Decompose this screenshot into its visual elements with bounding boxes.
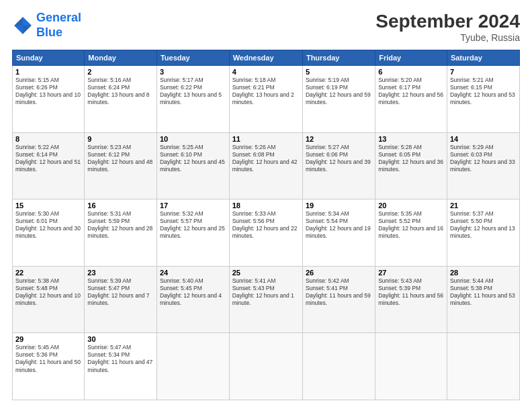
day-detail: Sunrise: 5:42 AMSunset: 5:41 PMDaylight:… bbox=[306, 277, 372, 307]
calendar-cell bbox=[157, 333, 229, 400]
logo-icon bbox=[12, 15, 34, 36]
calendar-cell: 1Sunrise: 5:15 AMSunset: 6:26 PMDaylight… bbox=[13, 66, 85, 133]
weekday-header-wednesday: Wednesday bbox=[229, 50, 302, 66]
calendar-cell: 15Sunrise: 5:30 AMSunset: 6:01 PMDayligh… bbox=[13, 199, 85, 267]
logo-blue: Blue bbox=[36, 26, 62, 39]
day-detail: Sunrise: 5:23 AMSunset: 6:12 PMDaylight:… bbox=[87, 144, 154, 173]
day-detail: Sunrise: 5:31 AMSunset: 5:59 PMDaylight:… bbox=[87, 210, 154, 240]
calendar-cell: 22Sunrise: 5:38 AMSunset: 5:48 PMDayligh… bbox=[13, 266, 85, 333]
calendar-cell: 18Sunrise: 5:33 AMSunset: 5:56 PMDayligh… bbox=[229, 199, 302, 267]
day-detail: Sunrise: 5:32 AMSunset: 5:57 PMDaylight:… bbox=[160, 210, 226, 240]
calendar-cell: 23Sunrise: 5:39 AMSunset: 5:47 PMDayligh… bbox=[85, 266, 157, 333]
day-number: 24 bbox=[160, 269, 226, 277]
day-number: 17 bbox=[160, 201, 226, 210]
day-detail: Sunrise: 5:41 AMSunset: 5:43 PMDaylight:… bbox=[232, 277, 300, 307]
day-number: 13 bbox=[378, 135, 444, 143]
day-detail: Sunrise: 5:27 AMSunset: 6:06 PMDaylight:… bbox=[306, 144, 372, 173]
day-number: 29 bbox=[15, 335, 81, 343]
day-detail: Sunrise: 5:45 AMSunset: 5:36 PMDaylight:… bbox=[15, 344, 81, 373]
calendar-cell: 9Sunrise: 5:23 AMSunset: 6:12 PMDaylight… bbox=[85, 132, 157, 199]
calendar-cell: 4Sunrise: 5:18 AMSunset: 6:21 PMDaylight… bbox=[229, 66, 302, 133]
title-block: September 2024 Tyube, Russia bbox=[375, 11, 520, 43]
calendar-cell: 29Sunrise: 5:45 AMSunset: 5:36 PMDayligh… bbox=[13, 333, 85, 400]
calendar-cell: 11Sunrise: 5:26 AMSunset: 6:08 PMDayligh… bbox=[229, 132, 302, 199]
page: General Blue September 2024 Tyube, Russi… bbox=[0, 0, 532, 411]
calendar-cell: 14Sunrise: 5:29 AMSunset: 6:03 PMDayligh… bbox=[447, 132, 519, 199]
calendar-cell: 10Sunrise: 5:25 AMSunset: 6:10 PMDayligh… bbox=[157, 132, 229, 199]
day-detail: Sunrise: 5:39 AMSunset: 5:47 PMDaylight:… bbox=[87, 277, 154, 307]
day-number: 11 bbox=[232, 135, 300, 143]
week-row-3: 15Sunrise: 5:30 AMSunset: 6:01 PMDayligh… bbox=[13, 199, 520, 267]
calendar-cell: 28Sunrise: 5:44 AMSunset: 5:38 PMDayligh… bbox=[447, 266, 519, 333]
week-row-4: 22Sunrise: 5:38 AMSunset: 5:48 PMDayligh… bbox=[13, 266, 520, 333]
day-number: 25 bbox=[232, 269, 300, 277]
day-detail: Sunrise: 5:26 AMSunset: 6:08 PMDaylight:… bbox=[232, 144, 300, 173]
day-detail: Sunrise: 5:43 AMSunset: 5:39 PMDaylight:… bbox=[378, 277, 444, 307]
calendar-cell: 26Sunrise: 5:42 AMSunset: 5:41 PMDayligh… bbox=[302, 266, 375, 333]
weekday-header-row: SundayMondayTuesdayWednesdayThursdayFrid… bbox=[13, 50, 520, 66]
day-detail: Sunrise: 5:20 AMSunset: 6:17 PMDaylight:… bbox=[378, 77, 444, 106]
weekday-header-monday: Monday bbox=[85, 50, 157, 66]
day-number: 1 bbox=[15, 68, 81, 76]
calendar-cell: 19Sunrise: 5:34 AMSunset: 5:54 PMDayligh… bbox=[302, 199, 375, 267]
calendar-cell: 3Sunrise: 5:17 AMSunset: 6:22 PMDaylight… bbox=[157, 66, 229, 133]
logo: General Blue bbox=[12, 11, 81, 40]
day-detail: Sunrise: 5:44 AMSunset: 5:38 PMDaylight:… bbox=[450, 277, 517, 307]
day-number: 16 bbox=[87, 201, 154, 210]
calendar-cell: 2Sunrise: 5:16 AMSunset: 6:24 PMDaylight… bbox=[85, 66, 157, 133]
day-detail: Sunrise: 5:29 AMSunset: 6:03 PMDaylight:… bbox=[450, 144, 517, 173]
day-detail: Sunrise: 5:40 AMSunset: 5:45 PMDaylight:… bbox=[160, 277, 226, 307]
day-detail: Sunrise: 5:37 AMSunset: 5:50 PMDaylight:… bbox=[450, 210, 517, 240]
day-detail: Sunrise: 5:21 AMSunset: 6:15 PMDaylight:… bbox=[450, 77, 517, 106]
day-detail: Sunrise: 5:16 AMSunset: 6:24 PMDaylight:… bbox=[87, 77, 154, 106]
day-detail: Sunrise: 5:22 AMSunset: 6:14 PMDaylight:… bbox=[15, 144, 81, 173]
calendar-cell: 13Sunrise: 5:28 AMSunset: 6:05 PMDayligh… bbox=[375, 132, 447, 199]
location: Tyube, Russia bbox=[375, 32, 520, 43]
day-number: 18 bbox=[232, 201, 300, 210]
day-detail: Sunrise: 5:15 AMSunset: 6:26 PMDaylight:… bbox=[15, 77, 81, 106]
day-number: 7 bbox=[450, 68, 517, 76]
day-number: 12 bbox=[306, 135, 372, 143]
day-number: 19 bbox=[306, 201, 372, 210]
day-detail: Sunrise: 5:18 AMSunset: 6:21 PMDaylight:… bbox=[232, 77, 300, 106]
calendar-cell: 5Sunrise: 5:19 AMSunset: 6:19 PMDaylight… bbox=[302, 66, 375, 133]
day-detail: Sunrise: 5:25 AMSunset: 6:10 PMDaylight:… bbox=[160, 144, 226, 173]
calendar-cell: 17Sunrise: 5:32 AMSunset: 5:57 PMDayligh… bbox=[157, 199, 229, 267]
svg-marker-2 bbox=[14, 26, 23, 34]
day-number: 30 bbox=[87, 335, 154, 343]
calendar-cell: 7Sunrise: 5:21 AMSunset: 6:15 PMDaylight… bbox=[447, 66, 519, 133]
calendar-cell: 27Sunrise: 5:43 AMSunset: 5:39 PMDayligh… bbox=[375, 266, 447, 333]
day-detail: Sunrise: 5:28 AMSunset: 6:05 PMDaylight:… bbox=[378, 144, 444, 173]
day-number: 9 bbox=[87, 135, 154, 143]
calendar-cell: 16Sunrise: 5:31 AMSunset: 5:59 PMDayligh… bbox=[85, 199, 157, 267]
svg-marker-1 bbox=[23, 17, 32, 26]
calendar-cell: 24Sunrise: 5:40 AMSunset: 5:45 PMDayligh… bbox=[157, 266, 229, 333]
weekday-header-thursday: Thursday bbox=[302, 50, 375, 66]
day-number: 20 bbox=[378, 201, 444, 210]
weekday-header-sunday: Sunday bbox=[13, 50, 85, 66]
calendar-cell bbox=[447, 333, 519, 400]
week-row-1: 1Sunrise: 5:15 AMSunset: 6:26 PMDaylight… bbox=[13, 66, 520, 133]
calendar-cell bbox=[375, 333, 447, 400]
day-number: 14 bbox=[450, 135, 517, 143]
calendar-cell: 6Sunrise: 5:20 AMSunset: 6:17 PMDaylight… bbox=[375, 66, 447, 133]
day-number: 28 bbox=[450, 269, 517, 277]
calendar-cell bbox=[302, 333, 375, 400]
day-detail: Sunrise: 5:35 AMSunset: 5:52 PMDaylight:… bbox=[378, 210, 444, 240]
day-detail: Sunrise: 5:19 AMSunset: 6:19 PMDaylight:… bbox=[306, 77, 372, 106]
day-number: 23 bbox=[87, 269, 154, 277]
day-number: 22 bbox=[15, 269, 81, 277]
month-title: September 2024 bbox=[375, 11, 520, 32]
week-row-5: 29Sunrise: 5:45 AMSunset: 5:36 PMDayligh… bbox=[13, 333, 520, 400]
day-number: 4 bbox=[232, 68, 300, 76]
day-number: 21 bbox=[450, 201, 517, 210]
weekday-header-tuesday: Tuesday bbox=[157, 50, 229, 66]
day-number: 6 bbox=[378, 68, 444, 76]
day-number: 15 bbox=[15, 201, 81, 210]
week-row-2: 8Sunrise: 5:22 AMSunset: 6:14 PMDaylight… bbox=[13, 132, 520, 199]
calendar-cell: 20Sunrise: 5:35 AMSunset: 5:52 PMDayligh… bbox=[375, 199, 447, 267]
logo-text: General Blue bbox=[36, 11, 81, 40]
calendar-cell: 30Sunrise: 5:47 AMSunset: 5:34 PMDayligh… bbox=[85, 333, 157, 400]
day-detail: Sunrise: 5:33 AMSunset: 5:56 PMDaylight:… bbox=[232, 210, 300, 240]
day-number: 10 bbox=[160, 135, 226, 143]
